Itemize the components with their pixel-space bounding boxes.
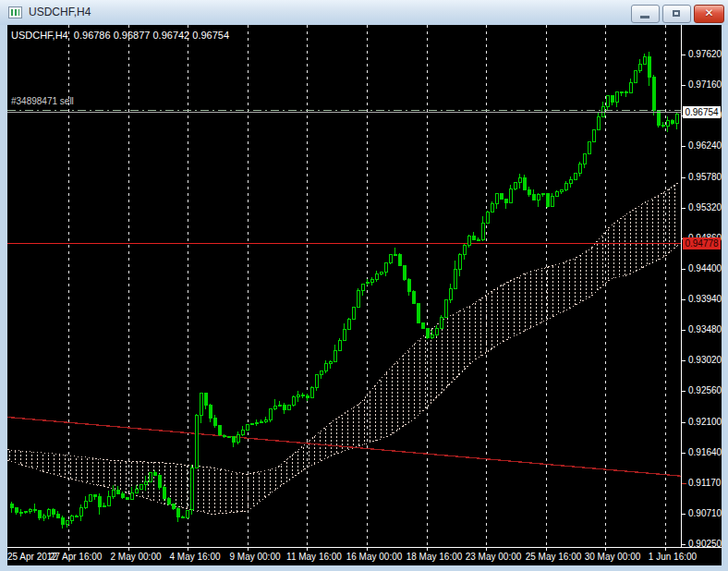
y-axis-label: 0.92100 [688, 417, 722, 427]
candle-body [666, 121, 669, 127]
chart-window: USDCHF,H4 ✕ USDCHF,H4 0.96786 0.96877 0.… [0, 0, 728, 571]
candle-body [186, 510, 188, 517]
minimize-button[interactable] [631, 5, 660, 23]
x-axis-tick [486, 548, 487, 551]
y-axis-label: 0.91640 [688, 447, 722, 457]
candle-body [370, 280, 373, 283]
price-axis[interactable]: 0.96754 0.94778 0.976200.971600.967000.9… [682, 25, 722, 547]
candle-body [75, 516, 78, 516]
candle-body [588, 142, 590, 154]
candle-body [431, 334, 433, 337]
x-axis-tick [307, 548, 308, 551]
candle-body [167, 499, 170, 504]
x-axis-label: 27 Apr 16:00 [50, 552, 103, 562]
candle-body [264, 419, 267, 421]
candle-body [278, 406, 281, 407]
candle-body [611, 95, 613, 103]
chart-canvas[interactable] [7, 25, 681, 547]
candle-body [56, 515, 59, 518]
candle-body [241, 431, 244, 435]
candle-body [218, 426, 221, 435]
candle-body [407, 280, 410, 292]
candle-body [472, 236, 475, 239]
candle-body [343, 330, 346, 341]
candle-body [19, 512, 22, 513]
candle-body [320, 371, 322, 375]
candle-body [458, 255, 461, 270]
candle-body [89, 494, 91, 501]
title-bar[interactable]: USDCHF,H4 ✕ [0, 0, 728, 25]
candle-body [537, 194, 540, 200]
candle-body [481, 224, 484, 240]
x-axis-label: 23 May 00:00 [466, 552, 522, 562]
candle-body [112, 491, 115, 496]
candle-body [107, 496, 110, 505]
candle-body [597, 116, 600, 130]
candle-body [361, 284, 364, 290]
candle-body [620, 91, 623, 92]
candle-body [389, 254, 392, 263]
candle-body [273, 406, 276, 409]
y-axis-tick [682, 483, 686, 484]
candle-body [606, 95, 609, 107]
y-axis-label: 0.95320 [688, 202, 722, 213]
y-axis-label: 0.97620 [688, 49, 722, 59]
candle-body [227, 436, 230, 437]
candle-body [592, 130, 595, 142]
x-axis-tick [128, 548, 129, 551]
candle-body [29, 509, 31, 512]
chart-icon [8, 6, 22, 18]
candle-body [116, 491, 119, 494]
restore-button[interactable] [662, 5, 691, 23]
time-axis[interactable]: 25 Apr 201227 Apr 16:002 May 00:004 May … [7, 548, 722, 565]
x-axis-tick [188, 548, 188, 551]
candle-body [181, 516, 184, 517]
candle-body [564, 184, 567, 190]
candle-body [509, 188, 512, 202]
candle-body [93, 494, 96, 497]
x-axis-label: 4 May 16:00 [169, 552, 220, 562]
candle-body [306, 396, 309, 398]
candle-body [643, 56, 646, 64]
candle-body [661, 126, 664, 127]
candle-body [569, 179, 572, 184]
candle-body [347, 319, 350, 329]
y-axis-label: 0.93020 [688, 355, 722, 365]
candle-body [412, 291, 415, 303]
candle-body [384, 263, 387, 273]
candle-body [417, 304, 419, 323]
candle-body [190, 468, 193, 510]
candle-body [52, 509, 55, 515]
y-axis-tick [682, 514, 686, 515]
candle-body [15, 508, 18, 513]
candle-body [232, 436, 235, 442]
candle-body [454, 269, 456, 288]
candle-body [329, 362, 332, 364]
candle-body [163, 487, 165, 499]
close-button[interactable]: ✕ [694, 5, 724, 23]
candle-body [158, 476, 161, 488]
candle-body [61, 518, 64, 525]
x-axis-tick [68, 548, 69, 551]
candle-body [223, 435, 225, 437]
candle-body [528, 189, 530, 194]
candle-body [121, 494, 124, 498]
y-axis-tick [682, 208, 686, 209]
y-axis-tick [682, 55, 686, 55]
candle-body [486, 213, 489, 224]
y-axis-label: 0.96240 [688, 140, 722, 151]
x-axis-tick [427, 548, 428, 551]
candle-body [380, 273, 382, 274]
candle-body [324, 363, 327, 371]
open-order-label[interactable]: #34898471 sell [11, 96, 74, 106]
ichimoku-cloud [7, 182, 679, 514]
x-axis-label: 30 May 00:00 [585, 552, 641, 562]
candle-body [172, 504, 175, 508]
y-axis-tick [682, 330, 686, 331]
candle-body [103, 505, 105, 506]
y-axis-tick [682, 453, 686, 454]
candle-body [463, 246, 466, 255]
candle-body [671, 121, 673, 123]
current-price-marker: 0.96754 [683, 106, 721, 118]
candle-body [629, 82, 632, 92]
